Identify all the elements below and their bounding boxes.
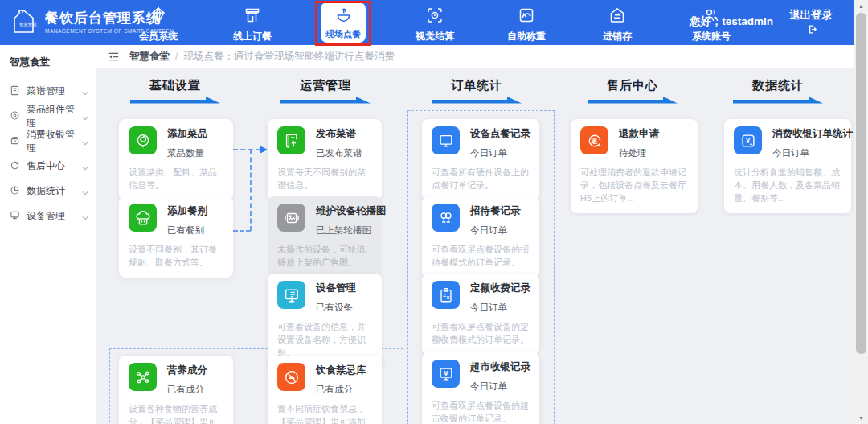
card-title: 设备管理 [316,282,356,295]
svg-text:¥: ¥ [444,368,448,377]
card-subtitle: 今日订单 [470,147,530,159]
chevron-down-icon [82,209,88,224]
nav-item-label: 进销存 [581,30,653,43]
logout-icon [805,23,817,35]
components-icon [10,109,20,124]
card-description: 置不同病症饮食禁忌，【菜品管理】里可添加对应的。 [277,403,372,424]
svg-text:¥: ¥ [446,295,449,301]
menu-book-arrow-icon [277,126,305,154]
flow-arrow [260,146,268,154]
scroll-down-button[interactable]: ▼ [854,412,868,424]
card-reception-meal-records[interactable]: 招待餐记录 今日订单 可查看双屏点餐设备的招待餐模式的订单记录。 [422,196,539,278]
chevron-down-icon [82,184,88,199]
column-header-operations: 运营管理 [269,78,382,104]
nav-item-label: 现场点餐 [326,28,361,40]
sidebar-item-data-statistics[interactable]: 数据统计 [0,179,96,204]
bowl-icon [334,6,353,27]
card-description: 设置菜类、配料、菜品信息等。 [129,167,223,192]
flow-connector [250,150,252,231]
molecule-icon [129,363,157,391]
sidebar-item-cashier-management[interactable]: 消费收银管理 [0,129,96,154]
swoosh-underline [280,97,371,104]
card-supermarket-cashier-records[interactable]: ¥ 超市收银记录 今日订单 可查看双屏点餐设备的超市收银的订单记录。 [422,352,539,424]
user-area: 您好，testadmin 退出登录 [690,7,835,37]
card-title: 营养成分 [167,364,207,377]
sidebar: 智慧食堂 菜谱管理 菜品组件管理 消费收银管理 售后中心 数据统计 [0,45,96,424]
refund-circle-icon: 退 [580,126,608,154]
nav-item-label: 会员系统 [122,30,194,43]
carousel-image-icon [277,204,305,232]
logout-button[interactable]: 退出登录 [787,8,835,37]
svg-text:退: 退 [590,137,597,144]
sidebar-item-device-management[interactable]: 设备管理 [0,204,96,228]
card-add-dish[interactable]: 添加菜品 菜品数量 设置菜类、配料、菜品信息等。 [119,119,233,200]
card-title: 添加菜品 [167,127,207,141]
scroll-up-button[interactable]: ▲ [854,0,868,12]
scrollbar-thumb[interactable] [856,13,866,354]
card-description: 设置每天不同餐别的菜谱信息。 [277,167,372,192]
monitor-yen-icon: ¥ [432,360,460,388]
card-maintain-carousel[interactable]: 维护设备轮播图 已上架轮播图 未操作的设备，可轮流播放上架的广告图。 [268,196,382,278]
column-header-data-statistics: 数据统计 [722,78,834,104]
card-title: 发布菜谱 [316,127,362,141]
nav-item-online-order[interactable]: 线上订餐 [216,6,289,43]
top-header: 智慧食堂 餐饮后台管理系统 MANAGEMENT SYSTEM OF SMART… [0,0,854,45]
card-device-management[interactable]: 设备管理 已有设备 可查看设备的信息，并设置设备名称，方便识别。 [268,274,382,368]
card-nutrition[interactable]: 营养成分 已有成分 设置各种食物的营养成分，【菜品管理】里可添加对应的食物及分.… [119,356,233,424]
card-title: 添加餐别 [167,204,207,218]
clipboard-yen-icon: ¥ [432,281,460,309]
sidebar-item-menu-management[interactable]: 菜谱管理 [0,79,96,104]
cashier-icon [10,134,20,149]
nav-item-label: 自助称重 [490,30,563,43]
card-add-meal-type[interactable]: 添加餐别 已有餐别 设置不同餐别，其订餐规则、取餐方式等。 [119,196,233,278]
card-description: 可查看双屏点餐设备的招待餐模式的订单记录。 [432,244,530,270]
card-subtitle: 今日订单 [772,147,853,159]
sidebar-item-dish-components[interactable]: 菜品组件管理 [0,104,96,129]
swoosh-underline [733,97,823,104]
card-title: 超市收银记录 [470,360,530,374]
flow-connector [233,230,251,232]
monitor-list-icon [277,281,305,309]
card-description: 设置各种食物的营养成分，【菜品管理】里可添加对应的食物及分... [129,403,223,424]
nav-item-visual-checkout[interactable]: 视觉结算 [399,6,471,43]
card-fixed-fee-records[interactable]: ¥ 定额收费记录 今日订单 可查看双屏点餐设备的定额收费模式的订单记录。 [422,274,539,355]
chef-hat-icon [129,204,157,232]
card-description: 设置不同餐别，其订餐规则、取餐方式等。 [129,244,223,270]
card-dietary-taboo[interactable]: 饮食禁忌库 已有成分 置不同病症饮食禁忌，【菜品管理】里可添加对应的。 [268,356,382,424]
breadcrumb-bar: 智慧食堂 / 现场点餐：通过食堂现场智能终端进行点餐消费 [96,45,854,68]
aftersales-icon [10,159,20,174]
breadcrumb-separator: / [175,51,178,62]
card-title: 维护设备轮播图 [316,204,387,218]
canteen-logo-icon: 智慧食堂 [8,6,39,37]
nav-item-onsite-order[interactable]: 现场点餐 [321,2,366,43]
nav-item-self-weighing[interactable]: 自助称重 [490,6,563,43]
chevron-down-icon [82,109,88,124]
card-title: 饮食禁忌库 [316,364,366,377]
card-subtitle: 已发布菜谱 [316,147,362,159]
scale-icon [517,14,536,27]
nav-item-inventory[interactable]: 进销存 [581,6,653,43]
card-device-order-records[interactable]: 设备点餐记录 今日订单 可查看所有硬件设备上的点餐订单记录。 [422,119,539,200]
card-subtitle: 今日订单 [470,381,530,393]
breadcrumb-current: 现场点餐：通过食堂现场智能终端进行点餐消费 [183,50,395,64]
card-publish-menu[interactable]: 发布菜谱 已发布菜谱 设置每天不同餐别的菜谱信息。 [268,119,382,200]
card-subtitle: 已有餐别 [167,224,207,237]
divider [780,15,780,29]
book-icon [10,84,20,99]
card-description: 统计分析食堂的销售额、成本、用餐人数，及各菜品销量、餐别等... [734,167,841,205]
card-title: 消费收银订单统计 [772,127,853,141]
card-description: 可查看双屏点餐设备的超市收银的订单记录。 [432,400,530,424]
card-refund-request[interactable]: 退 退款申请 待处理 可处理消费者的退款申请记录，包括设备点餐及云餐厅H5上的订… [571,119,698,213]
breadcrumb-root[interactable]: 智慧食堂 [129,50,170,64]
monitor-icon [432,126,460,154]
nav-item-member-system[interactable]: 会员系统 [122,6,194,43]
collapse-menu-icon[interactable] [108,51,120,62]
card-cashier-order-statistics[interactable]: ¥ 消费收银订单统计 今日订单 统计分析食堂的销售额、成本、用餐人数，及各菜品销… [724,119,851,213]
card-subtitle: 已有成分 [167,384,207,396]
vertical-scrollbar[interactable]: ▲ ▼ [854,0,868,424]
svg-text:¥: ¥ [745,136,750,144]
sidebar-item-after-sales[interactable]: 售后中心 [0,154,96,179]
swoosh-underline [432,97,522,104]
prohibition-icon [277,363,305,391]
column-header-basic-settings: 基础设置 [119,78,231,104]
